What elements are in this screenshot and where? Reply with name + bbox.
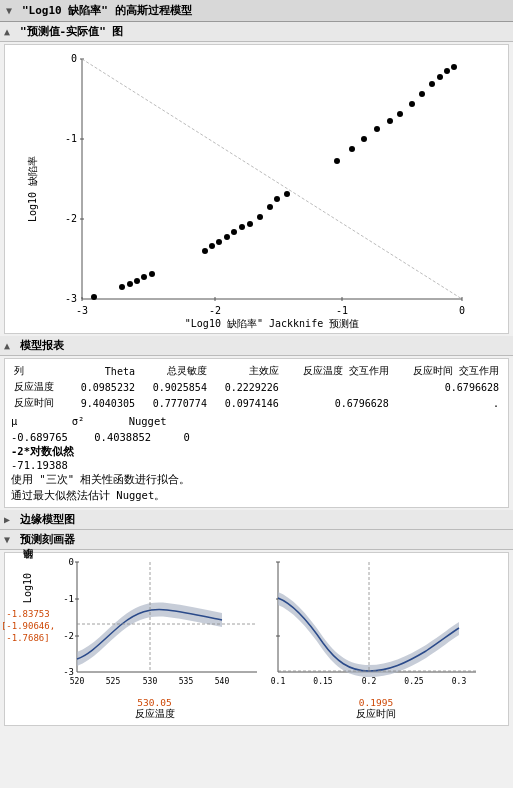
row2-theta: 9.4040305 [66,395,138,411]
svg-point-35 [239,224,245,230]
mu-sigma-values: -0.689765 0.4038852 0 [11,431,502,443]
neg2loglik-label: -2*对数似然 [11,445,502,459]
svg-point-27 [361,136,367,142]
chart1-xlabel-val: 530.05 [137,697,171,708]
svg-point-28 [349,146,355,152]
model-table: 列 Theta 总灵敏度 主效应 反应温度 交互作用 反应时间 交互作用 反应温… [11,363,502,411]
chart1-xlabel: 530.05 [137,697,171,708]
svg-point-22 [419,91,425,97]
row2-sensitivity: 0.7770774 [138,395,210,411]
svg-point-37 [224,234,230,240]
chart1-svg: 0 -1 -2 -3 520 525 530 535 540 [47,557,262,697]
pred-title: 预测刻画器 [20,532,75,547]
scatter-plot-container: Log10 缺陷率 0 -1 -2 -3 -3 -2 -1 0 [4,44,509,334]
svg-point-44 [127,281,133,287]
nugget-value: 0 [183,431,189,443]
svg-point-30 [284,191,290,197]
svg-point-34 [247,221,253,227]
col-header-time-interact: 反应时间 交互作用 [392,363,502,379]
row1-theta: 0.0985232 [66,379,138,395]
svg-point-36 [231,229,237,235]
svg-text:520: 520 [70,677,85,686]
marginal-title: 边缘模型图 [20,512,75,527]
main-triangle[interactable]: ▼ [6,5,18,17]
row2-time-interact: . [392,395,502,411]
svg-text:-1: -1 [64,133,76,144]
pred-ylabel: Log10 缺陷率 [21,567,35,603]
marginal-section-header[interactable]: ▶ 边缘模型图 [0,510,513,530]
row1-temp-interact [282,379,392,395]
svg-line-17 [82,59,462,299]
table-row: 反应时间 9.4040305 0.7770774 0.0974146 0.679… [11,395,502,411]
scatter-xlabel: "Log10 缺陷率" Jackknife 预测值 [184,318,358,329]
scatter-section-header[interactable]: ▲ "预测值-实际值" 图 [0,22,513,42]
pred-charts: 0 -1 -2 -3 520 525 530 535 540 [47,557,486,721]
svg-text:540: 540 [215,677,230,686]
mu-label: μ [11,415,17,427]
pred-plotter-container: Log10 缺陷率 -1.83753[-1.90646,-1.7686] 0 -… [4,552,509,726]
pred-triangle: ▼ [4,534,16,546]
svg-text:-2: -2 [64,213,76,224]
svg-text:535: 535 [179,677,194,686]
svg-text:0.15: 0.15 [313,677,332,686]
svg-text:0: 0 [70,53,76,64]
chart2-xlabel: 0.1995 [359,697,393,708]
note2: 通过最大似然法估计 Nugget。 [11,489,502,503]
svg-text:-2: -2 [63,631,74,641]
sigma2-label: σ² [72,415,85,427]
row1-main: 0.2229226 [210,379,282,395]
scatter-triangle: ▲ [4,26,16,38]
svg-point-23 [409,101,415,107]
svg-text:0: 0 [69,557,74,567]
neg2loglik-section: -2*对数似然 -71.19388 [11,445,502,471]
nugget-label: Nugget [129,415,167,427]
svg-point-32 [267,204,273,210]
svg-text:-2: -2 [208,305,220,316]
col-header-temp-interact: 反应温度 交互作用 [282,363,392,379]
svg-text:-1: -1 [63,594,74,604]
svg-point-46 [91,294,97,300]
note1: 使用 "三次" 相关性函数进行拟合。 [11,473,502,487]
svg-text:-3: -3 [64,293,76,304]
scatter-ylabel: Log10 缺陷率 [27,156,38,222]
model-triangle: ▲ [4,340,16,352]
chart2-svg: 0.1 0.15 0.2 0.25 0.3 [266,557,486,697]
svg-text:0.2: 0.2 [362,677,377,686]
neg2loglik-value: -71.19388 [11,459,502,471]
chart2-xlabel-label: 反应时间 [356,708,396,721]
scatter-title: "预测值-实际值" 图 [20,24,124,39]
pred-section-header[interactable]: ▼ 预测刻画器 [0,530,513,550]
row2-main: 0.0974146 [210,395,282,411]
main-title-text: "Log10 缺陷率" 的高斯过程模型 [22,3,192,18]
svg-text:-1: -1 [335,305,347,316]
model-table-title: 模型报表 [20,338,64,353]
svg-point-33 [257,214,263,220]
svg-point-31 [274,196,280,202]
marginal-triangle: ▶ [4,514,16,526]
svg-text:-3: -3 [63,667,74,677]
svg-point-21 [429,81,435,87]
svg-point-18 [451,64,457,70]
sigma2-value: 0.4038852 [94,431,151,443]
svg-point-24 [397,111,403,117]
col-header-theta: Theta [66,363,138,379]
svg-text:0: 0 [458,305,464,316]
svg-point-26 [374,126,380,132]
svg-text:-3: -3 [75,305,87,316]
svg-text:530: 530 [143,677,158,686]
svg-point-19 [444,68,450,74]
svg-point-39 [209,243,215,249]
svg-point-43 [134,278,140,284]
svg-point-29 [334,158,340,164]
svg-point-45 [119,284,125,290]
svg-text:0.3: 0.3 [452,677,467,686]
svg-text:525: 525 [106,677,121,686]
svg-point-20 [437,74,443,80]
chart1-xlabel-label: 反应温度 [135,708,175,721]
model-table-section-header[interactable]: ▲ 模型报表 [0,336,513,356]
svg-point-41 [149,271,155,277]
chart1-block: 0 -1 -2 -3 520 525 530 535 540 [47,557,262,721]
svg-text:0.25: 0.25 [404,677,423,686]
table-row: 反应温度 0.0985232 0.9025854 0.2229226 0.679… [11,379,502,395]
row1-time-interact: 0.6796628 [392,379,502,395]
